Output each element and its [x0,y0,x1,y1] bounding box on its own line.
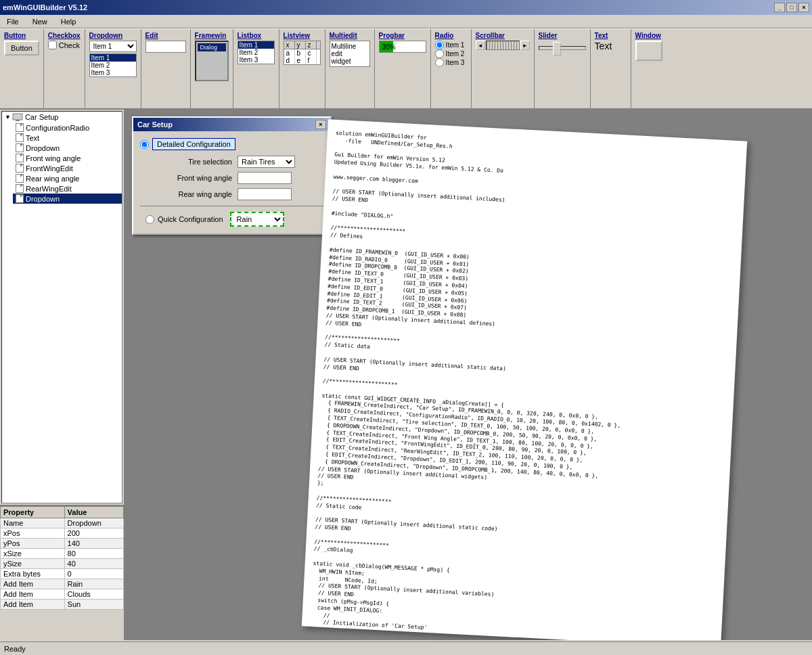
prop-name-3: xSize [1,549,65,559]
multiedit-widget-sample[interactable]: Multilineeditwidget [330,41,370,67]
tree-item-dropdown1[interactable]: Dropdown [13,143,122,153]
dialog-window: Car Setup × Detailed Configuration Tire … [132,116,332,235]
prop-header-1: Property [1,507,65,518]
listview-widget-sample: x y z a b c d e f [284,41,321,65]
prop-value-3[interactable]: 80 [64,549,123,559]
tree-root-label: Car Setup [25,113,59,121]
minimize-button[interactable]: _ [774,3,785,12]
radio-detailed-label: Detailed Configuration [152,138,235,150]
menu-bar: File New Help [0,15,812,28]
category-slider-label: Slider [539,32,558,39]
menu-new[interactable]: New [28,16,51,27]
file-icon-configradio [16,123,24,132]
tree-item-label-4: FrontWingEdit [26,164,73,173]
properties-panel: Property Value NameDropdownxPos200yPos14… [0,505,124,640]
listbox-item-1[interactable]: Item 1 [238,41,274,49]
quick-config-row: Quick Configuration RainCloudsSun [140,212,323,227]
radio-detailed-input[interactable] [140,140,149,149]
radio-item-2[interactable]: Item 2 [435,49,465,58]
radio-quick-container[interactable]: Quick Configuration [145,215,223,224]
property-row-5: Extra bytes0 [1,569,124,579]
edit-input[interactable]: Edit [145,41,186,53]
dialog-close-btn[interactable]: × [315,120,326,129]
prop-value-7[interactable]: Clouds [64,589,123,600]
file-icon-rearwingedit [16,184,24,193]
dropdown-select[interactable]: Item 1Item 2Item 3 [89,41,137,52]
prop-value-6[interactable]: Rain [64,579,123,589]
properties-table: Property Value NameDropdownxPos200yPos14… [0,506,124,610]
listbox-item-3[interactable]: Item 3 [238,56,274,64]
tree-item-label-2: Dropdown [26,144,60,152]
listview-col-z: z [306,41,317,49]
quick-dropdown[interactable]: RainCloudsSun [230,212,284,227]
status-text: Ready [4,645,26,653]
prop-value-4[interactable]: 40 [64,559,123,569]
code-panel: solution emWinGUIBuilder for -file UNDef… [302,119,747,640]
scrollbar-right-btn[interactable]: ► [520,41,530,50]
category-text-label: Text [595,32,608,39]
radio-item-1[interactable]: Item 1 [435,41,465,49]
tree-item-rearwingangle[interactable]: Rear wing angle [13,173,122,183]
dialog-window-buttons[interactable]: × [315,120,326,129]
slider-widget-sample[interactable] [539,41,586,50]
rear-wing-input[interactable]: 14 [238,188,292,200]
listbox-item-2[interactable]: Item 2 [238,49,274,56]
front-wing-input[interactable]: 10 [238,172,292,184]
dialog-title-bar[interactable]: Car Setup × [133,118,330,131]
file-icon-dropdown1 [16,143,24,152]
tree-item-text[interactable]: Text [13,133,122,143]
radio-quick-input[interactable] [145,215,154,224]
scrollbar-left-btn[interactable]: ◄ [476,41,485,50]
dropdown-list-item-1[interactable]: Item 1 [90,54,136,62]
prop-value-1[interactable]: 200 [64,528,123,539]
category-radio-label: Radio [435,32,454,39]
close-button[interactable]: × [798,3,809,12]
menu-file[interactable]: File [3,16,23,27]
tree-expand-icon[interactable]: ▼ [5,114,11,120]
category-dropdown-label: Dropdown [89,32,122,39]
dropdown-list-item-3[interactable]: Item 3 [90,69,136,76]
dropdown-list-item-2[interactable]: Item 2 [90,62,136,69]
radio-detailed[interactable]: Detailed Configuration [140,138,323,150]
prop-value-8[interactable]: Sun [64,600,123,610]
radio-item-3[interactable]: Item 3 [435,58,465,67]
tree-item-rearwingedit[interactable]: RearWingEdit [13,183,122,194]
dialog-title: Car Setup [137,120,173,129]
button-widget-sample[interactable]: Button [4,41,39,55]
tire-dropdown[interactable]: Rain TiresIntermediateSlick [238,156,295,168]
tree-item-frontwingedit[interactable]: FrontWingEdit [13,163,122,173]
tree-item-configradio[interactable]: ConfigurationRadio [13,122,122,133]
scrollbar-widget-sample[interactable]: ◄ ► [476,41,530,50]
prop-value-2[interactable]: 140 [64,539,123,549]
window-widget-sample [635,41,662,61]
file-icon-text [16,133,24,142]
design-canvas[interactable]: Car Setup × Detailed Configuration Tire … [125,110,812,640]
tree-item-frontwingangle[interactable]: Front wing angle [13,153,122,163]
tree-root[interactable]: ▼ Car Setup [2,112,122,122]
checkbox-input[interactable] [48,41,57,49]
property-row-0: NameDropdown [1,518,124,528]
rear-wing-row: Rear wing angle 14 [140,188,323,200]
category-dropdown: Dropdown Item 1Item 2Item 3 Item 1 Item … [85,29,141,108]
title-bar-buttons[interactable]: _ □ × [774,3,809,12]
tree-item-label-6: RearWingEdit [26,185,72,193]
checkbox-widget-sample[interactable]: Check [48,41,80,49]
tree-item-label-0: ConfigurationRadio [26,124,89,132]
file-icon-rearwingangle [16,174,24,183]
prop-value-5[interactable]: 0 [64,569,123,579]
prop-value-0[interactable]: Dropdown [64,518,123,528]
menu-help[interactable]: Help [57,16,81,27]
rear-wing-label: Rear wing angle [151,190,232,198]
listview-header: x y z [284,41,320,49]
listview-row-2: d e f [284,57,320,64]
slider-thumb[interactable] [553,42,561,55]
prop-name-0: Name [1,518,65,528]
prop-name-1: xPos [1,528,65,539]
front-wing-row: Front wing angle 10 [140,172,323,184]
tree-item-dropdown2[interactable]: Dropdown [13,194,122,204]
tree-item-label-5: Rear wing angle [26,175,80,183]
listview-cell-f: f [306,57,317,64]
maximize-button[interactable]: □ [786,3,797,12]
category-multiedit-label: Multiedit [330,32,357,39]
text-widget-sample: Text [595,41,612,51]
